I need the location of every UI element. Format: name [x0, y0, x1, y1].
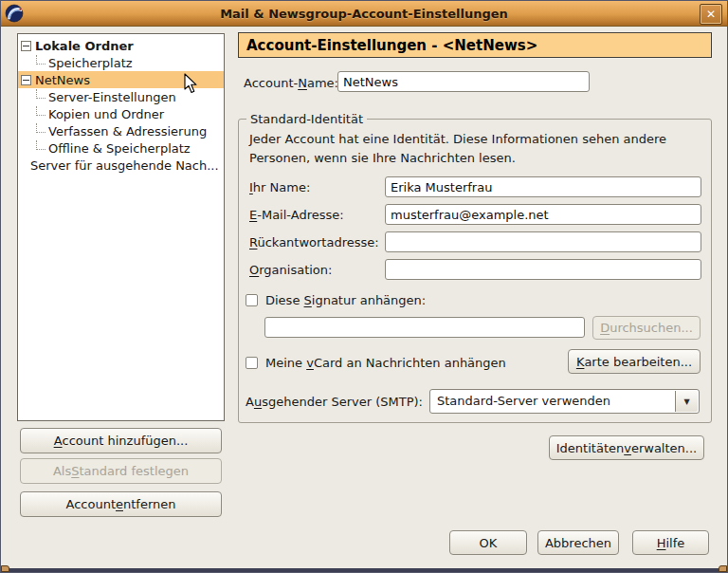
ok-button[interactable]: OK: [449, 530, 527, 555]
chevron-down-icon[interactable]: ▼: [675, 391, 698, 412]
tree-item-lokale-ordner[interactable]: Lokale Ordner: [18, 37, 224, 54]
tree-item-offline-speicherplatz[interactable]: Offline & Speicherplatz: [18, 139, 224, 157]
tree-item-label: Server-Einstellungen: [48, 90, 176, 104]
manage-identities-button[interactable]: Identitäten verwalten...: [549, 435, 704, 460]
group-legend: Standard-Identität: [246, 112, 367, 126]
tree-item-speicherplatz[interactable]: Speicherplatz: [18, 54, 224, 71]
window-bottom-border: [1, 568, 727, 572]
tree-item-label: Verfassen & Adressierung: [48, 124, 207, 139]
tree-item-kopien-und-ordner[interactable]: Kopien und Ordner: [18, 105, 224, 122]
your-name-label: Ihr Name:: [249, 180, 310, 194]
close-button[interactable]: ✕: [700, 4, 722, 25]
attach-vcard-checkbox[interactable]: [246, 357, 258, 369]
organization-label: Organisation:: [249, 263, 332, 277]
attach-signature-label: Diese Signatur anhängen:: [265, 293, 426, 307]
tree-item-label: Offline & Speicherplatz: [48, 141, 191, 156]
remove-account-button[interactable]: Account entfernen: [20, 491, 222, 517]
page-title: Account-Einstellungen - <NetNews>: [238, 32, 712, 58]
tree-item-netnews[interactable]: NetNews: [18, 71, 224, 88]
tree-guide-line: [36, 89, 46, 99]
add-account-button[interactable]: Account hinzufügen...: [20, 428, 222, 453]
smtp-label: Ausgehender Server (SMTP):: [246, 395, 423, 409]
window-title: Mail & Newsgroup-Account-Einstellungen: [1, 7, 727, 21]
tree-guide-line: [36, 55, 46, 65]
account-name-label: Account-Name:: [244, 76, 338, 90]
tree-item-label: Lokale Ordner: [35, 39, 134, 53]
attach-signature-row[interactable]: Diese Signatur anhängen:: [246, 293, 426, 307]
attach-signature-checkbox[interactable]: [246, 294, 258, 306]
reply-to-label: Rückantwortadresse:: [249, 235, 379, 250]
browse-button: Durchsuchen...: [592, 316, 701, 340]
help-button[interactable]: Hilfe: [632, 530, 709, 555]
smtp-selected-value: Standard-Server verwenden: [437, 394, 610, 408]
reply-to-input[interactable]: [385, 231, 701, 252]
account-tree[interactable]: Lokale Ordner Speicherplatz NetNews Serv…: [17, 33, 225, 421]
tree-item-ausgehender-server[interactable]: Server für ausgehende Nach...: [18, 157, 224, 174]
signature-file-input[interactable]: [264, 317, 585, 338]
set-default-button: Als Standard festlegen: [20, 458, 222, 484]
tree-item-label: Speicherplatz: [48, 56, 133, 70]
tree-item-label: Kopien und Ordner: [48, 107, 164, 121]
email-label: E-Mail-Adresse:: [249, 208, 344, 222]
tree-guide-line: [36, 106, 46, 116]
tree-item-label: NetNews: [35, 73, 90, 87]
tree-guide-line: [36, 123, 46, 133]
resize-grip-left[interactable]: [1, 565, 9, 572]
attach-vcard-label: Meine vCard an Nachrichten anhängen: [265, 356, 506, 370]
account-name-input[interactable]: [337, 71, 590, 92]
your-name-input[interactable]: [385, 176, 701, 197]
cancel-button[interactable]: Abbrechen: [537, 530, 619, 555]
email-input[interactable]: [385, 204, 701, 225]
titlebar[interactable]: Mail & Newsgroup-Account-Einstellungen ✕: [1, 1, 727, 27]
identity-description: Jeder Account hat eine Identität. Diese …: [249, 130, 695, 168]
smtp-server-select[interactable]: Standard-Server verwenden ▼: [429, 389, 700, 414]
collapse-icon[interactable]: [21, 75, 31, 85]
tree-item-server-einstellungen[interactable]: Server-Einstellungen: [18, 88, 224, 105]
account-settings-dialog: Mail & Newsgroup-Account-Einstellungen ✕…: [0, 0, 728, 573]
tree-guide-line: [36, 140, 46, 150]
collapse-icon[interactable]: [21, 41, 31, 51]
tree-item-label: Server für ausgehende Nach...: [30, 158, 219, 173]
edit-card-button[interactable]: Karte bearbeiten...: [568, 349, 701, 374]
organization-input[interactable]: [385, 259, 701, 280]
attach-vcard-row[interactable]: Meine vCard an Nachrichten anhängen: [246, 356, 506, 370]
resize-grip-right[interactable]: [719, 565, 727, 572]
tree-item-verfassen-adressierung[interactable]: Verfassen & Adressierung: [18, 122, 224, 139]
